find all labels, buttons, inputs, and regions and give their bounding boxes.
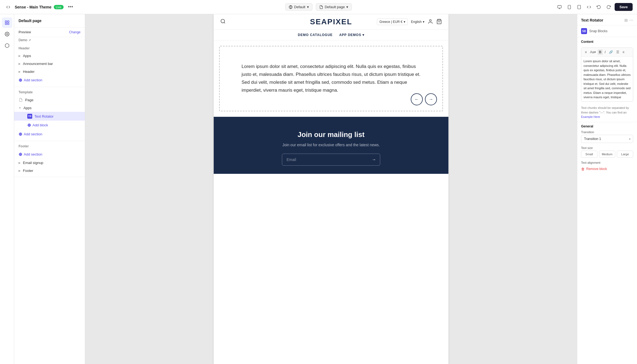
desktop-view-button[interactable] xyxy=(556,3,563,11)
transition-label: Transition xyxy=(581,130,633,134)
more-menu-button[interactable]: ••• xyxy=(66,3,75,11)
code-view-button[interactable] xyxy=(585,3,593,11)
general-label: General xyxy=(581,124,633,128)
size-large-button[interactable]: Large xyxy=(617,151,633,158)
svg-point-12 xyxy=(6,34,8,35)
canvas-area: SEAPIXEL Greece | EUR € ▾ English ▾ xyxy=(85,14,577,364)
add-block-button[interactable]: ⊕ Add block xyxy=(14,121,85,130)
editor-italic-btn[interactable]: I xyxy=(603,49,607,55)
add-section-header-button[interactable]: ⊕ Add section xyxy=(14,76,85,85)
next-arrow-button[interactable]: → xyxy=(425,93,437,105)
mobile-view-button[interactable] xyxy=(565,3,573,11)
preview-section: Preview Change xyxy=(14,28,85,37)
sidebar-icon-pages[interactable] xyxy=(2,17,12,28)
sidebar-item-apps-template[interactable]: ▼ Apps xyxy=(14,104,85,112)
text-size-label: Text size xyxy=(581,146,633,150)
text-rotator-icon: TR xyxy=(27,114,32,119)
content-section-label: Content xyxy=(577,37,637,45)
nav-lang-selector[interactable]: English ▾ xyxy=(411,20,424,24)
editor-link-btn[interactable]: 🔗 xyxy=(608,49,614,55)
panel-save-icon[interactable]: ⊟ xyxy=(624,18,628,22)
icon-sidebar xyxy=(0,14,14,364)
panel-header: Text Rotator ⊟ ⋯ xyxy=(577,14,637,25)
general-section: General Transition Transition 1 Transiti… xyxy=(577,122,637,175)
demo-link[interactable]: Demo ↗ xyxy=(14,37,85,43)
panel-header-icons: ⊟ ⋯ xyxy=(624,18,633,22)
editor-format-btn[interactable]: ≡ xyxy=(584,49,588,55)
content-text: Lorem ipsum dolor sit amet, consectetur … xyxy=(242,63,421,94)
panel-more-icon[interactable]: ⋯ xyxy=(629,18,633,22)
editor-list-btn[interactable]: ☰ xyxy=(615,49,621,55)
add-section-template-button[interactable]: ⊕ Add section xyxy=(14,130,85,139)
nav-right: Greece | EUR € ▾ English ▾ xyxy=(377,19,442,25)
hint-text: Text chunks should be separated by three… xyxy=(577,104,637,121)
search-icon[interactable] xyxy=(220,19,226,25)
sidebar-item-apps-header[interactable]: ▶ Apps xyxy=(14,52,85,60)
page-nav: SEAPIXEL Greece | EUR € ▾ English ▾ xyxy=(214,14,448,30)
svg-rect-9 xyxy=(7,21,9,22)
page-title: Default page xyxy=(19,19,81,23)
size-small-button[interactable]: Small xyxy=(581,151,597,158)
undo-button[interactable] xyxy=(595,3,603,11)
email-submit-button[interactable]: → xyxy=(368,154,380,165)
sidebar-item-footer[interactable]: ▶ Footer xyxy=(14,167,85,175)
example-here-link[interactable]: Example Here xyxy=(581,115,600,118)
svg-line-14 xyxy=(224,22,225,23)
nav-link-app-demos[interactable]: APP DEMOS ▾ xyxy=(339,33,364,37)
tablet-view-button[interactable] xyxy=(575,3,583,11)
redo-button[interactable] xyxy=(605,3,612,11)
footer-section: Footer ⊕ Add section ▶ Email signup ▶ Fo… xyxy=(14,141,85,177)
header-section-label: Header xyxy=(14,45,85,52)
svg-rect-1 xyxy=(558,5,561,8)
save-button[interactable]: Save xyxy=(615,3,633,11)
editor-bold-btn[interactable]: B xyxy=(598,49,603,55)
cart-icon[interactable] xyxy=(436,19,442,25)
sidebar-item-page[interactable]: Page xyxy=(14,96,85,104)
sidebar-item-announcement-bar[interactable]: ▶ Announcement bar xyxy=(14,60,85,68)
sidebar-icon-settings[interactable] xyxy=(2,29,12,39)
trash-icon: 🗑 xyxy=(581,167,585,171)
default-selector[interactable]: Default ▾ xyxy=(285,3,312,11)
change-link[interactable]: Change xyxy=(69,30,81,34)
prev-arrow-button[interactable]: ← xyxy=(411,93,423,105)
nav-arrows: ← → xyxy=(411,93,437,105)
sidebar-icon-apps[interactable] xyxy=(2,40,12,51)
account-icon[interactable] xyxy=(428,19,433,25)
text-align-label: Text alignment xyxy=(581,161,633,164)
template-label: Template xyxy=(14,89,85,96)
topbar: Sense - Main Theme Live ••• Default ▾ De… xyxy=(0,0,637,14)
svg-rect-10 xyxy=(7,23,9,25)
sidebar-header: Default page xyxy=(14,14,85,28)
topbar-left: Sense - Main Theme Live ••• xyxy=(4,3,282,11)
transition-select[interactable]: Transition 1 Transition 2 Transition 3 xyxy=(581,135,633,143)
sidebar-item-header[interactable]: ▶ Header xyxy=(14,68,85,76)
content-section: Lorem ipsum dolor sit amet, consectetur … xyxy=(219,46,443,111)
editor-toolbar: ≡ Aa▾ B I 🔗 ☰ ≡ xyxy=(581,48,633,57)
brand-name: Sense - Main Theme Live xyxy=(15,5,64,9)
email-input[interactable] xyxy=(282,154,368,165)
add-section-footer-button[interactable]: ⊕ Add section xyxy=(14,150,85,159)
editor-align-btn[interactable]: ≡ xyxy=(621,49,626,55)
snap-blocks-row: SB Snap Blocks xyxy=(577,25,637,37)
snap-blocks-icon: SB xyxy=(581,28,587,34)
sidebar-item-email-signup[interactable]: ▶ Email signup xyxy=(14,159,85,167)
nav-region-selector[interactable]: Greece | EUR € ▾ xyxy=(377,19,407,25)
size-medium-button[interactable]: Medium xyxy=(599,151,615,158)
svg-point-13 xyxy=(221,19,225,23)
header-section: Header ▶ Apps ▶ Announcement bar ▶ Heade… xyxy=(14,43,85,87)
content-editor: ≡ Aa▾ B I 🔗 ☰ ≡ Lorem ipsum dolor sit am… xyxy=(581,47,633,102)
svg-rect-11 xyxy=(5,23,7,25)
back-button[interactable] xyxy=(4,3,12,11)
remove-block-button[interactable]: 🗑 Remove block xyxy=(581,165,633,173)
svg-rect-6 xyxy=(578,5,581,9)
sidebar-item-text-rotator[interactable]: TR Text Rotator xyxy=(14,112,85,121)
editor-font-btn[interactable]: Aa▾ xyxy=(589,49,597,55)
brand-logo: SEAPIXEL xyxy=(310,17,352,26)
svg-point-15 xyxy=(430,19,431,21)
nav-link-demo-catalogue[interactable]: DEMO CATALOGUE xyxy=(298,33,333,37)
editor-content[interactable]: Lorem ipsum dolor sit amet, consectetur … xyxy=(581,57,633,100)
page-sidebar: Default page Preview Change Demo ↗ Heade… xyxy=(14,14,85,364)
footer-section-label: Footer xyxy=(14,143,85,150)
default-page-selector[interactable]: Default page ▾ xyxy=(316,3,352,11)
svg-rect-8 xyxy=(5,21,7,22)
